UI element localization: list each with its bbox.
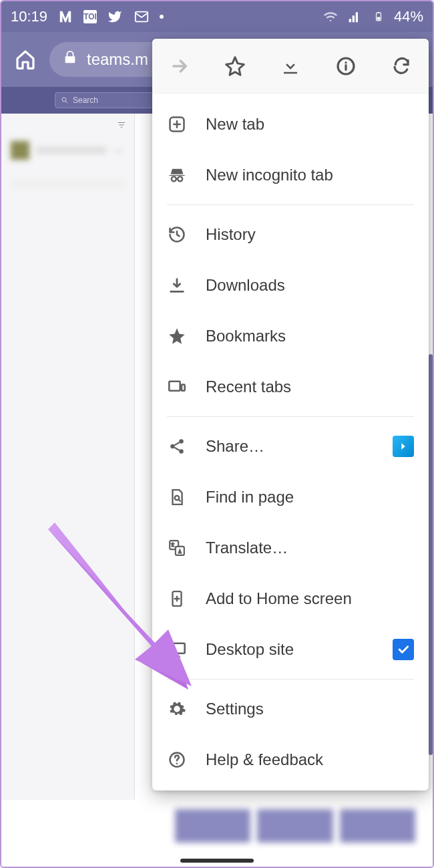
menu-label: Recent tabs	[206, 378, 414, 396]
home-indicator[interactable]	[180, 859, 254, 863]
menu-separator	[167, 679, 414, 680]
menu-desktop-site[interactable]: Desktop site	[152, 624, 429, 675]
menu-label: Downloads	[206, 276, 414, 295]
translate-icon	[167, 538, 187, 558]
menu-label: History	[206, 225, 414, 244]
lock-icon	[63, 50, 77, 69]
menu-label: Desktop site	[206, 640, 374, 659]
menu-downloads[interactable]: Downloads	[152, 260, 429, 311]
page-info-button[interactable]	[333, 53, 359, 80]
scrollbar[interactable]	[429, 354, 433, 755]
svg-rect-10	[182, 385, 185, 391]
device-frame: 10:19 TOI 44%	[0, 0, 434, 868]
svg-rect-18	[169, 643, 184, 654]
help-icon	[167, 750, 187, 770]
svg-point-7	[172, 176, 176, 181]
menu-action-row	[152, 39, 429, 94]
menu-history[interactable]: History	[152, 209, 429, 260]
menu-label: New incognito tab	[206, 166, 414, 184]
desktop-site-icon	[167, 639, 187, 660]
menu-list: New tab New incognito tab History Do	[152, 94, 429, 790]
list-item[interactable]: ⋯	[1, 134, 134, 167]
settings-icon	[167, 699, 187, 719]
filter-icon[interactable]	[117, 120, 126, 132]
menu-separator	[167, 204, 414, 205]
bottom-bar	[1, 800, 433, 867]
share-target-icon	[393, 436, 414, 457]
menu-share[interactable]: Share…	[152, 421, 429, 472]
status-left: 10:19 TOI	[11, 8, 164, 25]
svg-point-11	[179, 439, 184, 444]
menu-separator	[167, 416, 414, 417]
notification-toi-icon: TOI	[83, 10, 97, 23]
list-item[interactable]	[1, 167, 134, 200]
menu-label: Share…	[206, 437, 374, 456]
notification-gmail-icon	[133, 8, 150, 25]
svg-rect-2	[377, 17, 381, 20]
menu-label: Translate…	[206, 539, 414, 557]
downloads-icon	[167, 275, 187, 295]
svg-point-12	[170, 444, 175, 449]
bookmark-star-button[interactable]	[222, 53, 248, 80]
battery-icon	[370, 8, 387, 25]
incognito-icon	[167, 165, 187, 185]
menu-find-in-page[interactable]: Find in page	[152, 472, 429, 523]
menu-new-incognito[interactable]: New incognito tab	[152, 150, 429, 200]
menu-label: Bookmarks	[206, 327, 414, 345]
menu-translate[interactable]: Translate…	[152, 523, 429, 573]
bookmarks-icon	[167, 326, 187, 346]
menu-settings[interactable]: Settings	[152, 684, 429, 734]
menu-label: Find in page	[206, 488, 414, 507]
menu-new-tab[interactable]: New tab	[152, 99, 429, 150]
signal-icon	[346, 8, 363, 25]
status-right: 44%	[322, 8, 423, 25]
svg-point-4	[62, 98, 66, 102]
more-icon[interactable]: ⋯	[113, 144, 125, 157]
menu-label: Add to Home screen	[206, 589, 414, 608]
download-button[interactable]	[277, 53, 304, 80]
reload-button[interactable]	[388, 53, 415, 80]
new-tab-icon	[167, 114, 187, 134]
notification-more-dot	[160, 15, 164, 19]
menu-label: New tab	[206, 115, 414, 134]
forward-button[interactable]	[166, 53, 193, 80]
wifi-icon	[322, 8, 339, 25]
svg-rect-3	[378, 12, 379, 13]
share-icon	[167, 436, 187, 456]
clock: 10:19	[11, 8, 47, 25]
svg-point-8	[178, 176, 182, 181]
add-to-home-icon	[167, 589, 187, 609]
menu-help-feedback[interactable]: Help & feedback	[152, 734, 429, 785]
find-in-page-icon	[167, 487, 187, 507]
url-text: teams.m	[87, 50, 148, 69]
teams-sidebar: ⋯	[1, 114, 135, 867]
teams-search-placeholder: Search	[73, 96, 98, 105]
svg-rect-9	[169, 382, 180, 391]
blurred-content	[175, 809, 415, 843]
home-button[interactable]	[12, 46, 39, 73]
status-bar: 10:19 TOI 44%	[1, 1, 433, 32]
history-icon	[167, 225, 187, 245]
menu-bookmarks[interactable]: Bookmarks	[152, 311, 429, 361]
menu-label: Help & feedback	[206, 750, 414, 769]
svg-point-13	[179, 449, 184, 454]
menu-add-to-home[interactable]: Add to Home screen	[152, 573, 429, 624]
desktop-site-checkbox[interactable]	[393, 639, 414, 660]
notification-m-icon	[57, 8, 74, 25]
menu-recent-tabs[interactable]: Recent tabs	[152, 361, 429, 412]
battery-text: 44%	[394, 8, 423, 25]
avatar	[11, 141, 29, 160]
menu-label: Settings	[206, 700, 414, 718]
notification-twitter-icon	[106, 8, 124, 25]
recent-tabs-icon	[167, 377, 187, 397]
browser-overflow-menu: New tab New incognito tab History Do	[152, 39, 429, 790]
